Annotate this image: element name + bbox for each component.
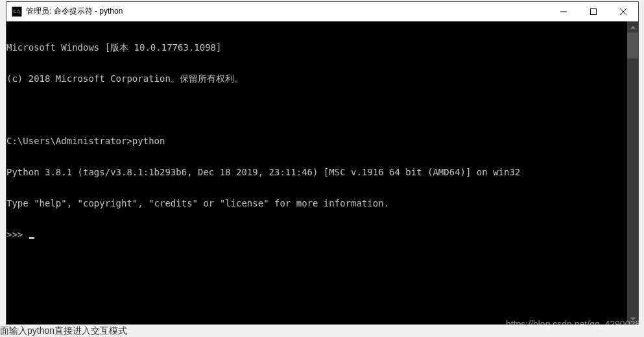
titlebar[interactable]: C:\ 管理员: 命令提示符 - python [6, 2, 638, 21]
scroll-thumb[interactable] [627, 32, 638, 58]
python-prompt: >>> [6, 229, 29, 240]
svg-rect-1 [591, 8, 597, 14]
maximize-icon [590, 8, 597, 15]
console-area[interactable]: Microsoft Windows [版本 10.0.17763.1098] (… [6, 21, 638, 324]
chevron-down-icon [630, 318, 636, 320]
window-title: 管理员: 命令提示符 - python [26, 6, 549, 17]
vertical-scrollbar[interactable] [627, 21, 638, 324]
minimize-button[interactable] [549, 2, 578, 21]
scroll-down-button[interactable] [627, 313, 638, 324]
close-icon [620, 8, 626, 15]
chevron-up-icon [630, 26, 636, 29]
console-line: Microsoft Windows [版本 10.0.17763.1098] [6, 42, 627, 53]
console-line: (c) 2018 Microsoft Corporation。保留所有权利。 [6, 73, 627, 84]
app-icon-label: C:\ [13, 9, 20, 14]
close-button[interactable] [608, 2, 638, 21]
prompt-line: >>> [6, 229, 627, 240]
console-content: Microsoft Windows [版本 10.0.17763.1098] (… [6, 21, 627, 260]
console-line [6, 105, 627, 115]
console-line: C:\Users\Administrator>python [6, 136, 627, 146]
window-controls [549, 2, 638, 21]
scroll-up-button[interactable] [627, 21, 638, 32]
command-prompt-window: C:\ 管理员: 命令提示符 - python Microsoft Window… [6, 1, 639, 325]
app-icon: C:\ [12, 6, 22, 17]
background-text: 面输入python直接进入交互模式 [0, 325, 127, 337]
console-line: Python 3.8.1 (tags/v3.8.1:1b293b6, Dec 1… [6, 167, 627, 177]
minimize-icon [560, 8, 567, 15]
console-line: Type "help", "copyright", "credits" or "… [6, 198, 627, 208]
cursor [29, 237, 34, 239]
maximize-button[interactable] [578, 2, 608, 21]
